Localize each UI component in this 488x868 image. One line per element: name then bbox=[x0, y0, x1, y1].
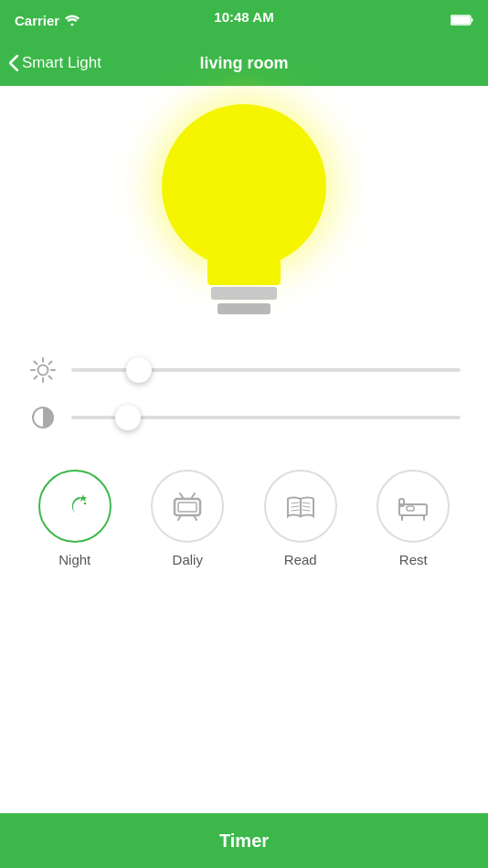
status-time: 10:48 AM bbox=[214, 9, 273, 25]
mode-read-label: Read bbox=[284, 552, 317, 567]
timer-button[interactable]: Timer bbox=[0, 813, 488, 868]
svg-rect-2 bbox=[451, 16, 470, 24]
mode-night[interactable]: Night bbox=[38, 470, 111, 567]
back-label: Smart Light bbox=[22, 54, 101, 72]
status-carrier: Carrier bbox=[15, 13, 80, 28]
sliders-section bbox=[0, 345, 488, 451]
svg-line-26 bbox=[302, 506, 310, 507]
svg-point-4 bbox=[38, 365, 48, 376]
mode-daily[interactable]: Daliy bbox=[151, 470, 224, 567]
contrast-icon bbox=[27, 402, 58, 433]
svg-line-9 bbox=[35, 362, 37, 365]
nav-bar: Smart Light living room bbox=[0, 40, 488, 86]
svg-line-12 bbox=[35, 376, 37, 379]
mode-night-circle bbox=[38, 470, 111, 543]
bulb-base2 bbox=[217, 303, 271, 314]
svg-rect-30 bbox=[407, 506, 414, 511]
svg-line-23 bbox=[292, 506, 299, 507]
carrier-label: Carrier bbox=[15, 13, 59, 28]
back-button[interactable]: Smart Light bbox=[9, 54, 101, 72]
contrast-row bbox=[27, 402, 461, 433]
modes-section: Night Daliy bbox=[0, 451, 488, 577]
svg-line-25 bbox=[302, 503, 310, 503]
svg-line-22 bbox=[292, 503, 299, 503]
bulb-base1 bbox=[211, 287, 277, 300]
status-right bbox=[451, 15, 473, 26]
wifi-icon bbox=[65, 15, 80, 26]
read-icon bbox=[281, 486, 321, 526]
mode-read-circle bbox=[264, 470, 337, 543]
page-title: living room bbox=[199, 54, 288, 73]
brightness-row bbox=[27, 355, 461, 386]
brightness-slider-wrapper bbox=[71, 355, 461, 386]
contrast-slider[interactable] bbox=[71, 416, 461, 419]
back-chevron-icon bbox=[9, 55, 18, 71]
bulb-container bbox=[162, 104, 326, 318]
mode-rest-circle bbox=[377, 470, 450, 543]
mode-daily-circle bbox=[151, 470, 224, 543]
bulb-neck bbox=[207, 259, 281, 285]
main-content: Night Daliy bbox=[0, 86, 488, 577]
bulb-body bbox=[162, 104, 326, 269]
battery-icon bbox=[451, 15, 473, 26]
mode-night-label: Night bbox=[58, 552, 90, 567]
contrast-slider-wrapper bbox=[71, 402, 461, 433]
mode-daily-label: Daliy bbox=[173, 552, 203, 567]
svg-line-27 bbox=[302, 510, 310, 511]
svg-line-11 bbox=[49, 362, 52, 365]
mode-rest-label: Rest bbox=[399, 552, 428, 567]
svg-point-14 bbox=[84, 503, 86, 504]
svg-line-10 bbox=[49, 376, 52, 379]
mode-read[interactable]: Read bbox=[264, 470, 337, 567]
brightness-icon bbox=[27, 355, 58, 386]
night-icon bbox=[55, 486, 95, 526]
brightness-slider[interactable] bbox=[71, 368, 461, 372]
rest-icon bbox=[393, 486, 433, 526]
daily-icon bbox=[167, 486, 207, 526]
svg-rect-18 bbox=[178, 503, 196, 512]
svg-rect-3 bbox=[472, 18, 473, 22]
svg-point-0 bbox=[71, 24, 74, 26]
mode-rest[interactable]: Rest bbox=[377, 470, 450, 567]
timer-label: Timer bbox=[219, 831, 269, 852]
svg-line-24 bbox=[292, 510, 299, 511]
status-bar: Carrier 10:48 AM bbox=[0, 0, 488, 40]
